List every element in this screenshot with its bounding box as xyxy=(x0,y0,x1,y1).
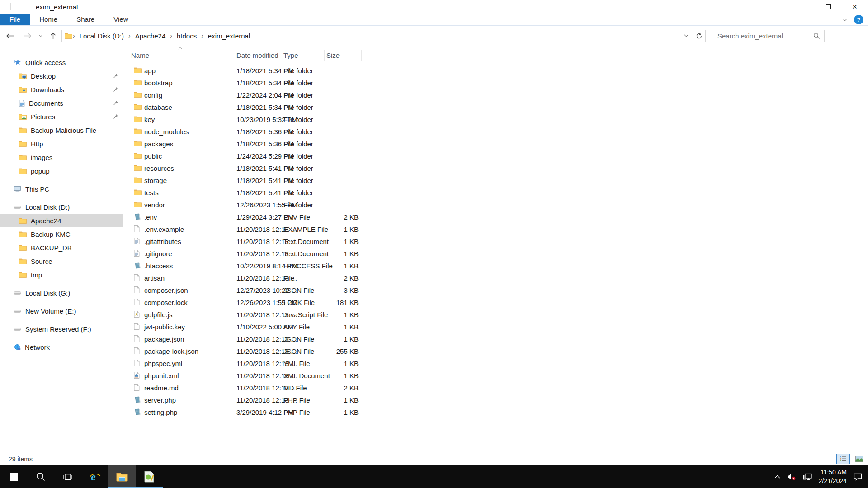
file-row[interactable]: storage1/18/2021 5:41 PMFile folder xyxy=(123,174,868,187)
file-row[interactable]: .env1/29/2024 3:27 PMENV File2 KB xyxy=(123,211,868,223)
file-row[interactable]: config1/22/2024 2:04 PMFile folder xyxy=(123,89,868,101)
volume-muted-icon[interactable] xyxy=(787,473,796,480)
breadcrumb-segment[interactable]: htdocs xyxy=(173,32,201,40)
tab-share[interactable]: Share xyxy=(67,14,104,25)
task-view-icon[interactable] xyxy=(54,465,81,488)
sidebar-item-tmp[interactable]: tmp xyxy=(0,268,123,282)
recent-locations-icon[interactable] xyxy=(38,34,43,37)
sidebar-item-downloads[interactable]: Downloads xyxy=(0,83,123,96)
column-separator[interactable] xyxy=(324,50,325,61)
sidebar-item-backup-kmc[interactable]: Backup KMC xyxy=(0,227,123,241)
sidebar-item-label: Local Disk (G:) xyxy=(25,289,70,297)
hidden-icons-chevron-icon[interactable] xyxy=(774,475,780,479)
file-row[interactable]: .env.example11/20/2018 12:13 …EXAMPLE Fi… xyxy=(123,223,868,235)
file-row[interactable]: package.json11/20/2018 12:13 …JSON File1… xyxy=(123,333,868,345)
sidebar-item-popup[interactable]: popup xyxy=(0,164,123,178)
file-type: PHP File xyxy=(283,396,310,404)
search-icon[interactable] xyxy=(813,33,820,39)
breadcrumb-separator-icon[interactable]: › xyxy=(170,32,173,39)
file-row[interactable]: setting.php3/29/2019 4:12 PMPHP File1 KB xyxy=(123,406,868,418)
file-row[interactable]: .gitignore11/20/2018 12:13 …Text Documen… xyxy=(123,248,868,260)
file-row[interactable]: packages1/18/2021 5:36 PMFile folder xyxy=(123,138,868,150)
sidebar-item-backup-malicious-file[interactable]: Backup Malicious File xyxy=(0,123,123,137)
column-separator[interactable] xyxy=(231,50,231,61)
help-icon[interactable]: ? xyxy=(854,15,863,24)
file-row[interactable]: phpunit.xml11/20/2018 12:13 …XML Documen… xyxy=(123,370,868,382)
file-row[interactable]: public1/24/2024 5:29 PMFile folder xyxy=(123,150,868,162)
back-icon[interactable] xyxy=(6,33,14,39)
close-button[interactable]: × xyxy=(841,0,868,14)
sidebar-item-local-disk-d-[interactable]: Local Disk (D:) xyxy=(0,200,123,214)
breadcrumb-separator-icon[interactable]: › xyxy=(128,32,131,39)
tab-view[interactable]: View xyxy=(104,14,137,25)
file-explorer-taskbar-icon[interactable] xyxy=(108,465,136,488)
taskbar-clock[interactable]: 11:50 AM 2/21/2024 xyxy=(819,468,847,485)
minimize-ribbon-icon[interactable] xyxy=(842,18,848,21)
address-dropdown-icon[interactable] xyxy=(680,30,693,42)
sidebar-item-system-reserved-f-[interactable]: System Reserved (F:) xyxy=(0,322,123,336)
search-input[interactable] xyxy=(717,32,813,40)
details-view-button[interactable] xyxy=(836,454,850,464)
breadcrumb-separator-icon[interactable]: › xyxy=(201,32,204,39)
column-header-date-modified[interactable]: Date modified xyxy=(236,52,278,59)
breadcrumb-separator-icon[interactable]: › xyxy=(72,32,75,39)
file-row[interactable]: artisan11/20/2018 12:13 …File2 KB xyxy=(123,272,868,284)
sidebar-item-documents[interactable]: Documents xyxy=(0,96,123,110)
file-row[interactable]: Sgulpfile.js11/20/2018 12:13 …JavaScript… xyxy=(123,309,868,321)
breadcrumb[interactable]: ›Local Disk (D:)›Apache24›htdocs›exim_ex… xyxy=(61,30,706,42)
sidebar-item-backup-db[interactable]: BACKUP_DB xyxy=(0,241,123,254)
column-header-type[interactable]: Type xyxy=(283,52,298,59)
internet-explorer-icon[interactable]: e xyxy=(81,465,108,488)
file-row[interactable]: resources1/18/2021 5:41 PMFile folder xyxy=(123,162,868,174)
tab-home[interactable]: Home xyxy=(30,14,67,25)
refresh-icon[interactable] xyxy=(693,30,705,42)
network-tray-icon[interactable] xyxy=(803,473,812,480)
file-row[interactable]: phpspec.yml11/20/2018 12:13 …YML File1 K… xyxy=(123,357,868,370)
file-row[interactable]: readme.md11/20/2018 12:13 …MD File2 KB xyxy=(123,382,868,394)
sidebar-item-source[interactable]: Source xyxy=(0,254,123,268)
sidebar-item-network[interactable]: Network xyxy=(0,340,123,354)
file-row[interactable]: node_modules1/18/2021 5:36 PMFile folder xyxy=(123,126,868,138)
status-bar: 29 items xyxy=(0,453,868,465)
file-row[interactable]: package-lock.json11/20/2018 12:13 …JSON … xyxy=(123,345,868,357)
action-center-icon[interactable] xyxy=(854,473,862,481)
file-row[interactable]: tests1/18/2021 5:41 PMFile folder xyxy=(123,187,868,199)
breadcrumb-segment[interactable]: exim_external xyxy=(204,32,254,40)
sidebar-item-quick-access[interactable]: Quick access xyxy=(0,56,123,69)
sort-ascending-icon[interactable] xyxy=(178,47,183,50)
file-row[interactable]: .htaccess10/22/2019 8:14 PMHTACCESS File… xyxy=(123,260,868,272)
up-icon[interactable] xyxy=(50,32,56,39)
sidebar-item-pictures[interactable]: Pictures xyxy=(0,110,123,123)
sidebar-item-http[interactable]: Http xyxy=(0,137,123,150)
restore-button[interactable] xyxy=(815,0,841,14)
file-row[interactable]: composer.json12/27/2023 10:22 …JSON File… xyxy=(123,284,868,296)
sidebar-item-images[interactable]: images xyxy=(0,150,123,164)
forward-icon[interactable] xyxy=(24,33,32,39)
start-button[interactable] xyxy=(0,465,27,488)
file-row[interactable]: database1/18/2021 5:34 PMFile folder xyxy=(123,101,868,113)
sidebar-item-apache24[interactable]: Apache24 xyxy=(0,214,123,227)
file-row[interactable]: composer.lock12/26/2023 1:55 PMLOCK File… xyxy=(123,296,868,309)
sidebar-item-local-disk-g-[interactable]: Local Disk (G:) xyxy=(0,286,123,300)
file-row[interactable]: vendor12/26/2023 1:55 PMFile folder xyxy=(123,199,868,211)
thumbnails-view-button[interactable] xyxy=(852,454,866,464)
file-row[interactable]: app1/18/2021 5:34 PMFile folder xyxy=(123,65,868,77)
column-header-size[interactable]: Size xyxy=(326,52,340,59)
breadcrumb-segment[interactable]: Apache24 xyxy=(131,32,170,40)
column-separator[interactable] xyxy=(361,50,362,61)
file-row[interactable]: key10/23/2019 5:32 PMFile folder xyxy=(123,113,868,126)
sidebar-item-desktop[interactable]: Desktop xyxy=(0,69,123,83)
file-row[interactable]: bootstrap1/18/2021 5:34 PMFile folder xyxy=(123,77,868,89)
sidebar-item-new-volume-e-[interactable]: New Volume (E:) xyxy=(0,304,123,318)
notepad-plus-plus-icon[interactable] xyxy=(136,465,163,488)
breadcrumb-segment[interactable]: Local Disk (D:) xyxy=(75,32,128,40)
column-separator[interactable] xyxy=(279,50,279,61)
sidebar-item-this-pc[interactable]: This PC xyxy=(0,182,123,196)
taskbar-search-icon[interactable] xyxy=(27,465,54,488)
file-row[interactable]: server.php11/20/2018 12:13 …PHP File1 KB xyxy=(123,394,868,406)
file-row[interactable]: jwt-public.key1/10/2022 5:00 AMKEY File1… xyxy=(123,321,868,333)
minimize-button[interactable]: — xyxy=(788,0,815,14)
tab-file[interactable]: File xyxy=(0,14,30,25)
column-header-name[interactable]: Name xyxy=(131,52,149,59)
file-row[interactable]: .gitattributes11/20/2018 12:13 …Text Doc… xyxy=(123,235,868,248)
